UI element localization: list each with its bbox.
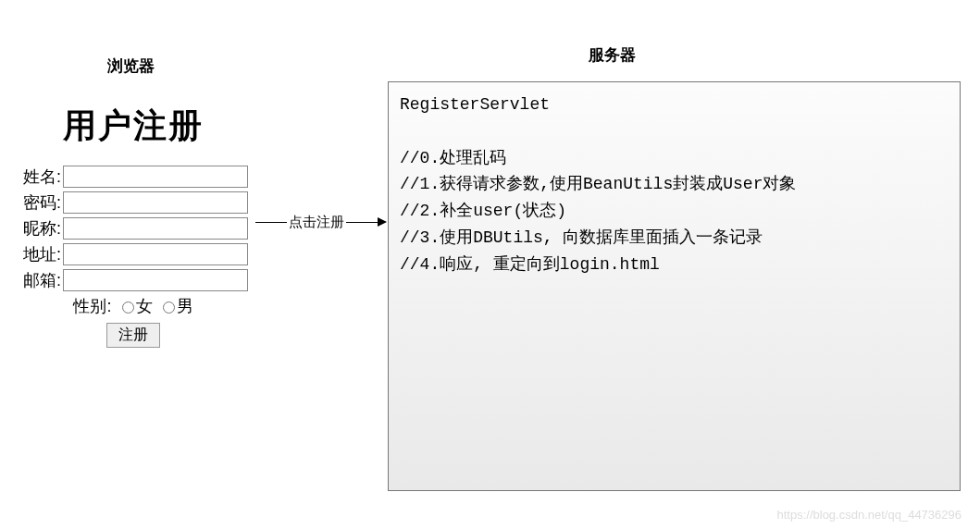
label-male: 男 xyxy=(177,297,193,315)
input-address[interactable] xyxy=(63,243,248,265)
row-address: 地址: xyxy=(13,243,254,265)
input-nickname[interactable] xyxy=(63,217,248,240)
input-password[interactable] xyxy=(63,191,248,214)
form-title: 用户注册 xyxy=(13,104,254,149)
servlet-line-3: //3.使用DBUtils, 向数据库里面插入一条记录 xyxy=(400,228,763,247)
servlet-title: RegisterServlet xyxy=(400,95,550,114)
servlet-line-4: //4.响应, 重定向到login.html xyxy=(400,255,660,274)
label-password: 密码: xyxy=(13,191,61,214)
arrow-line-right xyxy=(346,222,378,223)
radio-female[interactable] xyxy=(122,301,134,314)
servlet-line-2: //2.补全user(状态) xyxy=(400,202,566,220)
servlet-line-0: //0.处理乱码 xyxy=(400,149,506,167)
row-submit: 注册 xyxy=(13,323,254,348)
server-label: 服务器 xyxy=(589,44,636,66)
row-email: 邮箱: xyxy=(13,269,254,291)
server-code-box: RegisterServlet //0.处理乱码 //1.获得请求参数,使用Be… xyxy=(388,81,961,491)
label-nickname: 昵称: xyxy=(13,217,61,240)
arrow-head-icon xyxy=(378,217,387,227)
label-female: 女 xyxy=(136,297,153,315)
servlet-line-1: //1.获得请求参数,使用BeanUtils封装成User对象 xyxy=(400,175,796,193)
label-gender: 性别: xyxy=(73,297,111,315)
label-email: 邮箱: xyxy=(13,269,61,291)
row-gender: 性别: 女 男 xyxy=(13,295,254,317)
arrow: 点击注册 xyxy=(255,211,387,233)
label-name: 姓名: xyxy=(13,166,61,188)
arrow-line-left xyxy=(255,222,287,223)
input-email[interactable] xyxy=(63,269,248,291)
row-password: 密码: xyxy=(13,191,254,214)
submit-button[interactable]: 注册 xyxy=(106,323,160,348)
browser-form-section: 用户注册 姓名: 密码: 昵称: 地址: 邮箱: 性别: 女 男 注册 xyxy=(13,50,254,348)
row-name: 姓名: xyxy=(13,166,254,188)
label-address: 地址: xyxy=(13,243,61,265)
row-nickname: 昵称: xyxy=(13,217,254,240)
input-name[interactable] xyxy=(63,166,248,188)
arrow-label: 点击注册 xyxy=(287,214,346,231)
watermark: https://blog.csdn.net/qq_44736296 xyxy=(777,508,962,522)
radio-male[interactable] xyxy=(163,301,175,314)
